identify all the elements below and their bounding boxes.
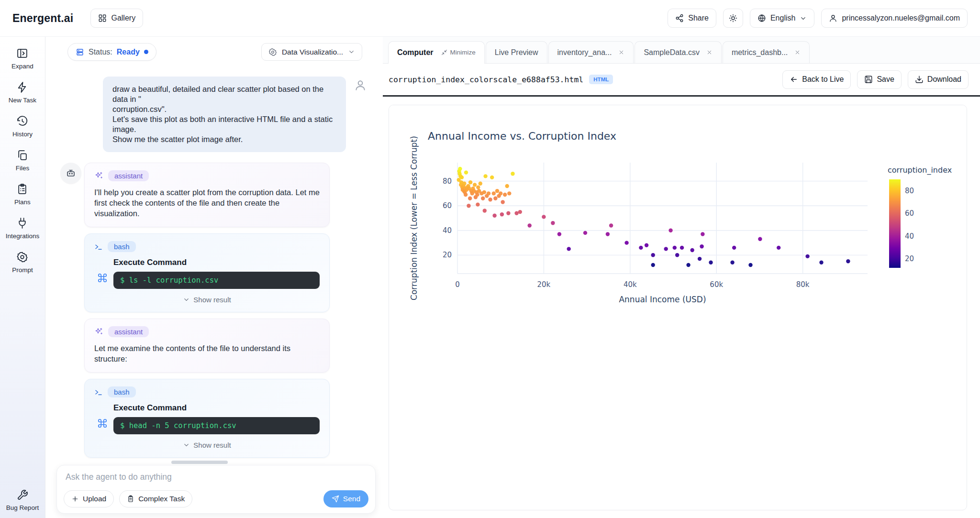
file-type-badge: HTML bbox=[589, 75, 613, 84]
data-point bbox=[460, 176, 464, 179]
sidebar-item-label: New Task bbox=[9, 97, 36, 104]
minimize-button[interactable]: Minimize bbox=[441, 49, 476, 56]
data-point bbox=[483, 174, 487, 178]
data-point bbox=[709, 261, 713, 265]
arrow-left-icon bbox=[790, 75, 798, 84]
data-point bbox=[819, 261, 823, 265]
data-point bbox=[475, 193, 479, 197]
sun-icon bbox=[729, 14, 737, 22]
tab-inventory-ana[interactable]: inventory_ana... bbox=[548, 41, 634, 63]
data-point bbox=[487, 191, 490, 195]
show-result-button[interactable]: Show result bbox=[94, 296, 320, 304]
sidebar-item-label: Integrations bbox=[6, 232, 40, 240]
data-point bbox=[458, 167, 462, 171]
close-tab-icon[interactable] bbox=[618, 49, 624, 55]
bash-tool-card: bashExecute Command$ head -n 5 corruptio… bbox=[84, 379, 330, 458]
download-button[interactable]: Download bbox=[908, 70, 969, 89]
data-point bbox=[488, 198, 492, 201]
data-point bbox=[758, 237, 762, 241]
close-tab-icon[interactable] bbox=[794, 49, 801, 55]
sidebar-item-label: Plans bbox=[14, 198, 31, 206]
svg-text:80: 80 bbox=[905, 187, 914, 195]
status-pill[interactable]: Status: Ready bbox=[67, 43, 156, 61]
sparkles-icon bbox=[94, 171, 103, 180]
close-tab-icon[interactable] bbox=[706, 49, 713, 55]
sidebar-item-label: Files bbox=[16, 165, 30, 172]
gear-icon bbox=[16, 251, 28, 263]
data-point bbox=[846, 259, 850, 263]
send-button[interactable]: Send bbox=[323, 490, 368, 507]
data-point bbox=[492, 191, 496, 195]
account-button[interactable]: princessalyzon.nueles@gmail.com bbox=[821, 9, 968, 28]
data-point bbox=[668, 229, 672, 232]
status-dot bbox=[144, 50, 148, 54]
sidebar-item-integrations[interactable]: Integrations bbox=[6, 217, 40, 240]
data-point bbox=[680, 246, 684, 250]
data-point bbox=[464, 193, 468, 197]
user-message: draw a beautiful, detailed and clear sca… bbox=[103, 77, 346, 152]
data-point bbox=[514, 211, 518, 215]
data-point bbox=[675, 253, 679, 257]
open-file-name: corruption_index_colorscale_e688af53.htm… bbox=[389, 75, 583, 84]
sidebar-item-prompt[interactable]: Prompt bbox=[6, 251, 40, 274]
tab-label: Live Preview bbox=[495, 48, 538, 57]
save-button[interactable]: Save bbox=[857, 70, 901, 89]
chevron-down-icon bbox=[348, 48, 355, 55]
complex-task-button[interactable]: Complex Task bbox=[119, 490, 192, 507]
sparkles-icon bbox=[94, 327, 103, 336]
share-button[interactable]: Share bbox=[668, 9, 716, 28]
sidebar-item-expand[interactable]: Expand bbox=[6, 47, 40, 70]
data-point bbox=[609, 223, 613, 227]
data-point bbox=[482, 190, 486, 194]
sidebar-item-history[interactable]: History bbox=[6, 115, 40, 138]
message-list: draw a beautiful, detailed and clear sca… bbox=[46, 77, 383, 464]
tab-sampledata-csv[interactable]: SampleData.csv bbox=[635, 41, 722, 63]
user-icon bbox=[829, 14, 837, 22]
svg-text:40k: 40k bbox=[624, 280, 637, 289]
data-point bbox=[651, 253, 655, 257]
language-select[interactable]: English bbox=[750, 9, 814, 28]
tab-computer[interactable]: ComputerMinimize bbox=[388, 41, 485, 63]
data-point bbox=[542, 215, 546, 219]
preview-area: 020k40k60k80k20406080Annual Income vs. C… bbox=[383, 97, 980, 518]
data-point bbox=[639, 246, 643, 250]
sidebar-item-label: History bbox=[12, 131, 33, 138]
tool-badge: bash bbox=[108, 241, 136, 252]
agent-message-row: assistantI'll help you create a scatter … bbox=[60, 163, 383, 464]
sidebar-item-label: Prompt bbox=[12, 266, 33, 274]
expand-icon bbox=[16, 47, 28, 59]
tab-live-preview[interactable]: Live Preview bbox=[486, 41, 547, 63]
chat-input[interactable] bbox=[66, 472, 367, 482]
assistant-message: assistantLet me examine the contents of … bbox=[84, 319, 330, 373]
sidebar-item-files[interactable]: Files bbox=[6, 149, 40, 172]
tab-label: Computer bbox=[397, 48, 434, 57]
plus-icon bbox=[71, 495, 79, 503]
sidebar-item-label: Expand bbox=[11, 63, 33, 70]
x-axis-label: Annual Income (USD) bbox=[619, 295, 706, 304]
data-point bbox=[493, 197, 497, 200]
sidebar-item-bug-report[interactable]: Bug Report bbox=[6, 489, 39, 511]
history-icon bbox=[16, 115, 28, 127]
terminal-icon bbox=[94, 242, 103, 251]
show-result-button[interactable]: Show result bbox=[94, 441, 320, 449]
terminal-icon bbox=[94, 388, 103, 397]
sidebar-item-plans[interactable]: Plans bbox=[6, 183, 40, 206]
back-to-live-button[interactable]: Back to Live bbox=[782, 70, 851, 89]
data-point bbox=[468, 180, 472, 184]
send-icon bbox=[332, 495, 339, 503]
chat-scrollbar-thumb[interactable] bbox=[171, 461, 228, 464]
tab-label: metrics_dashb... bbox=[732, 48, 788, 57]
data-point bbox=[698, 257, 702, 261]
svg-text:40: 40 bbox=[905, 232, 914, 241]
minimize-icon bbox=[441, 49, 447, 55]
theme-toggle-button[interactable] bbox=[723, 9, 743, 28]
sidebar-item-new-task[interactable]: New Task bbox=[6, 81, 40, 104]
agent-mode-select[interactable]: Data Visualizatio... bbox=[261, 43, 362, 61]
upload-button[interactable]: Upload bbox=[64, 490, 114, 507]
gallery-button[interactable]: Gallery bbox=[90, 9, 143, 28]
right-panel: ComputerMinimizeLive Previewinventory_an… bbox=[383, 37, 980, 518]
tab-metrics-dashb[interactable]: metrics_dashb... bbox=[723, 41, 810, 63]
tool-title: Execute Command bbox=[113, 403, 320, 413]
scatter-plot-card: 020k40k60k80k20406080Annual Income vs. C… bbox=[389, 105, 967, 510]
bash-tool-card: bashExecute Command$ ls -l corruption.cs… bbox=[84, 233, 330, 312]
